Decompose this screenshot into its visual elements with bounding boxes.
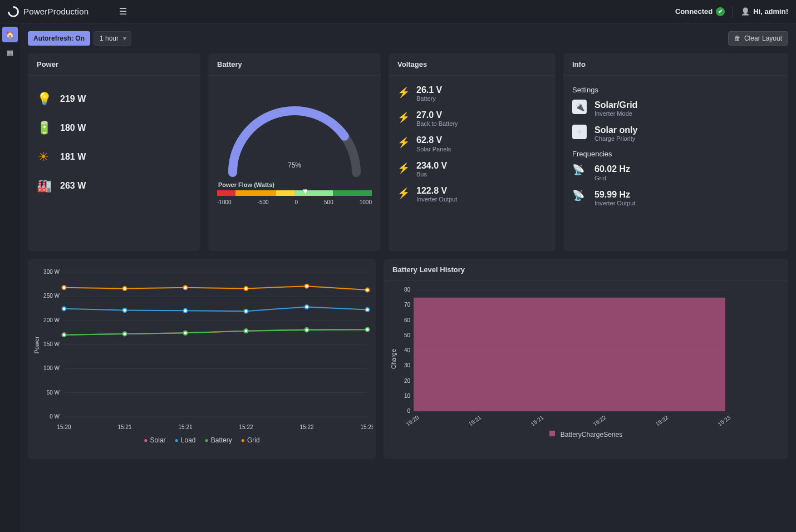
toolbar: Autorefresh: On 1 hour 🗑 Clear Layout [28,31,788,46]
svg-point-33 [123,332,127,336]
battery-history-title: Battery Level History [384,259,788,281]
autorefresh-button[interactable]: Autorefresh: On [28,31,90,46]
svg-text:80: 80 [404,287,411,293]
svg-point-40 [184,285,188,289]
factory-icon: 🏭 [37,179,50,193]
svg-text:15:22: 15:22 [299,424,313,430]
brand: PowerProduction [8,6,119,17]
svg-point-28 [184,309,188,313]
svg-text:15:20: 15:20 [405,414,420,426]
info-freq-label: Frequencies [572,150,779,158]
voltage-row: ⚡ 234.0 V Bus [397,160,547,178]
bolt-icon: ⚡ [397,136,409,149]
svg-point-26 [62,307,66,311]
svg-text:200 W: 200 W [43,317,60,323]
bolt-icon: ⚡ [397,162,409,174]
card-battery-history: Battery Level History Charge 01020304050… [384,259,788,459]
connection-label: Connected [675,7,713,16]
card-voltages-title: Voltages [389,53,556,76]
bolt-icon: ⚡ [397,111,409,124]
power-row-battery: 🔋 180 W [37,114,191,142]
bolt-icon: ⚡ [397,187,409,199]
battery-percent: 75% [288,161,301,169]
info-row: 🔌 Solar/Grid Inverter Mode [572,100,779,117]
rail-home-icon[interactable]: 🏠 [2,27,18,42]
card-power-chart: Power 0 W50 W100 W150 W200 W250 W300 W15… [28,259,376,459]
svg-text:15:21: 15:21 [468,414,483,426]
svg-text:0: 0 [407,408,410,414]
svg-point-31 [366,308,370,312]
range-select[interactable]: 1 hour [94,31,131,46]
connection-status: Connected [675,7,725,16]
svg-text:20: 20 [404,378,411,384]
user-greeting[interactable]: Hi, admin! [741,7,788,16]
rail-grid-icon[interactable]: ▦ [2,45,18,60]
svg-text:50: 50 [404,332,411,338]
power-load-value: 219 W [60,94,86,104]
powerflow-bar: ▼ [217,190,372,196]
satellite-icon: 📡 [572,164,587,176]
svg-text:300 W: 300 W [43,269,60,275]
powerflow-ticks: -1000 -500 0 500 1000 [217,199,372,205]
card-battery-title: Battery [208,53,381,76]
card-power: Power 💡 219 W 🔋 180 W ☀ 181 W 🏭 263 W [28,53,200,251]
svg-text:15:21: 15:21 [178,424,192,430]
left-rail: 🏠 ▦ [0,23,20,532]
trash-icon: 🗑 [734,35,741,42]
info-row: ☀ Solar only Charge Priority [572,125,779,142]
power-row-load: 💡 219 W [37,85,191,114]
svg-text:15:21: 15:21 [117,424,131,430]
hamburger-icon[interactable]: ☰ [119,6,127,17]
svg-point-30 [305,305,309,309]
power-chart-legend: Solar Load Battery Grid [33,436,370,444]
svg-text:60: 60 [404,317,411,323]
svg-point-38 [62,285,66,289]
power-solar-value: 181 W [60,152,86,162]
svg-text:70: 70 [404,302,411,308]
card-voltages: Voltages ⚡ 26.1 V Battery ⚡ 27.0 V Back … [389,53,556,251]
clear-layout-button[interactable]: 🗑 Clear Layout [728,31,788,46]
svg-text:40: 40 [404,347,411,353]
history-ylabel: Charge [390,349,397,369]
svg-text:0 W: 0 W [50,413,60,420]
divider [733,6,733,18]
sun-icon: ☀ [37,150,50,164]
svg-point-34 [184,331,188,335]
svg-point-42 [305,284,309,288]
power-chart: 0 W50 W100 W150 W200 W250 W300 W15:2015:… [33,267,373,434]
svg-text:15:22: 15:22 [239,424,253,430]
freq-row: 📡 59.99 Hz Inverter Output [572,189,779,206]
svg-point-29 [244,309,248,313]
card-power-title: Power [28,53,200,76]
svg-text:30: 30 [404,362,411,368]
svg-point-32 [62,333,66,337]
powerflow-marker: ▼ [302,187,309,195]
card-info-title: Info [563,53,788,76]
clear-layout-label: Clear Layout [744,35,782,42]
svg-text:100 W: 100 W [43,365,60,371]
bulb-icon: 💡 [37,92,50,106]
history-legend: BatteryChargeSeries [391,431,780,439]
svg-point-39 [123,287,127,290]
voltage-row: ⚡ 26.1 V Battery [397,85,547,102]
user-icon [741,7,750,16]
history-chart: 0102030405060708015:2015:2115:2115:2215:… [391,287,731,426]
svg-point-35 [244,329,248,333]
brand-icon [6,3,21,19]
voltage-row: ⚡ 27.0 V Back to Battery [397,110,547,127]
freq-row: 📡 60.02 Hz Grid [572,164,779,181]
power-row-solar: ☀ 181 W [37,142,191,171]
svg-point-43 [366,288,370,292]
svg-text:15:20: 15:20 [57,424,71,430]
power-row-grid: 🏭 263 W [37,171,191,200]
svg-point-41 [244,287,248,290]
greeting-text: Hi, admin! [753,7,788,16]
svg-text:15:21: 15:21 [530,414,545,426]
range-value: 1 hour [100,35,119,42]
power-chart-ylabel: Power [33,336,40,353]
brand-name: PowerProduction [23,7,89,16]
battery-icon: 🔋 [37,121,50,135]
voltage-row: ⚡ 62.8 V Solar Panels [397,135,547,152]
svg-point-36 [305,328,309,332]
connected-check-icon [716,7,725,16]
